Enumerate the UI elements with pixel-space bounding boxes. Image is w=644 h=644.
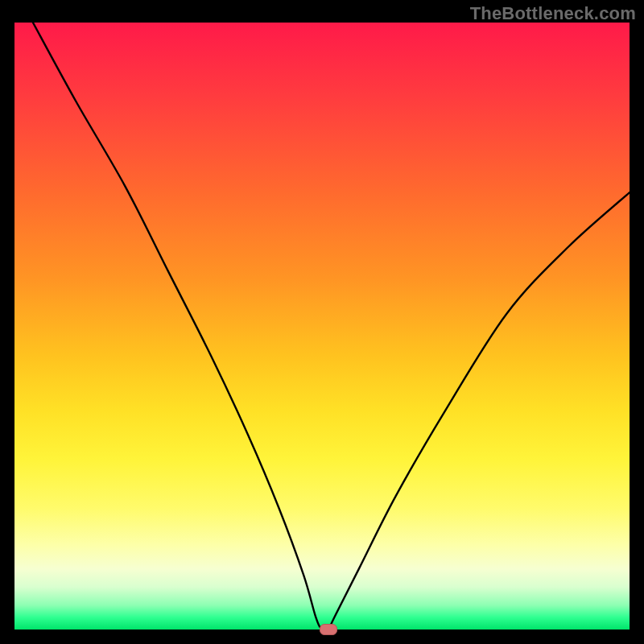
plot-area [14, 23, 630, 630]
bottleneck-curve [14, 23, 630, 630]
watermark-text: TheBottleneck.com [470, 3, 636, 24]
chart-frame: TheBottleneck.com [0, 0, 644, 644]
optimal-point-marker [320, 624, 337, 635]
